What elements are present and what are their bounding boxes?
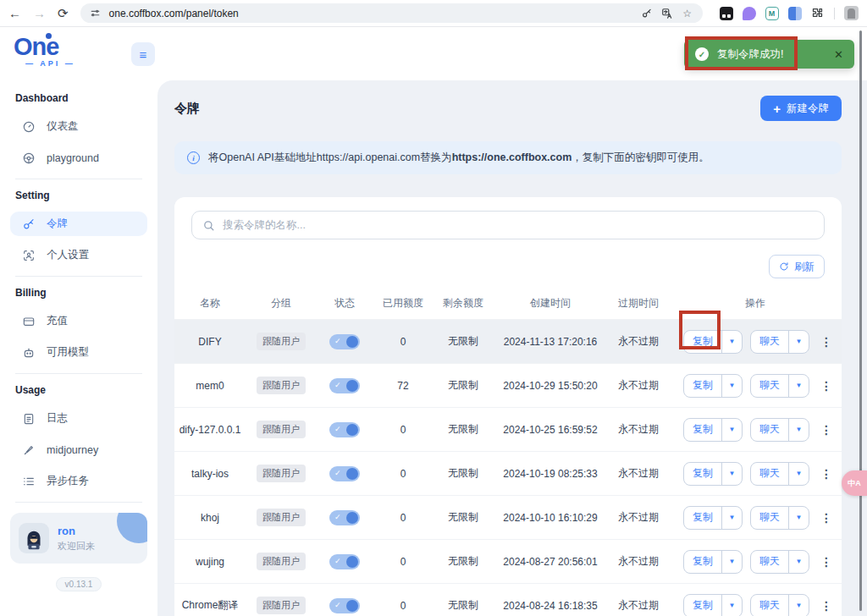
table-row[interactable]: khoj 跟随用户 ✓ 0 无限制 2024-10-10 16:10:29 永不… bbox=[174, 495, 842, 539]
search-input[interactable] bbox=[223, 219, 814, 231]
user-card[interactable]: ron 欢迎回来 bbox=[10, 513, 147, 564]
chat-caret-icon[interactable]: ▼ bbox=[789, 331, 809, 353]
copy-caret-icon[interactable]: ▼ bbox=[722, 507, 742, 529]
page-scrollbar[interactable] bbox=[859, 30, 862, 611]
row-menu-icon[interactable]: ⋮ bbox=[820, 467, 832, 481]
toggle-knob bbox=[346, 336, 358, 348]
toast-close-icon[interactable]: ✕ bbox=[834, 48, 843, 61]
copy-caret-icon[interactable]: ▼ bbox=[722, 595, 742, 616]
sidebar-item-models[interactable]: 可用模型 bbox=[10, 340, 147, 365]
copy-button[interactable]: 复制 bbox=[684, 507, 722, 529]
chat-split-button[interactable]: 聊天 ▼ bbox=[750, 550, 809, 574]
status-toggle[interactable]: ✓ bbox=[329, 598, 360, 613]
table-row[interactable]: dify-127.0.0.1 跟随用户 ✓ 0 无限制 2024-10-25 1… bbox=[174, 407, 842, 451]
copy-button[interactable]: 复制 bbox=[684, 375, 722, 397]
copy-split-button[interactable]: 复制 ▼ bbox=[683, 506, 743, 530]
translate-page-icon[interactable] bbox=[660, 7, 674, 20]
copy-split-button[interactable]: 复制 ▼ bbox=[683, 594, 743, 616]
chat-caret-icon[interactable]: ▼ bbox=[789, 419, 809, 441]
copy-button[interactable]: 复制 bbox=[684, 551, 722, 573]
row-menu-icon[interactable]: ⋮ bbox=[820, 423, 832, 437]
row-menu-icon[interactable]: ⋮ bbox=[820, 379, 832, 393]
row-menu-icon[interactable]: ⋮ bbox=[820, 555, 832, 569]
password-key-icon[interactable] bbox=[640, 7, 654, 20]
copy-button[interactable]: 复制 bbox=[684, 331, 722, 353]
address-bar[interactable]: one.coffbox.com/panel/token ☆ bbox=[80, 3, 703, 23]
copy-caret-icon[interactable]: ▼ bbox=[722, 331, 742, 353]
sidebar-item-dashboard[interactable]: 仪表盘 bbox=[10, 114, 147, 139]
copy-caret-icon[interactable]: ▼ bbox=[722, 375, 742, 397]
profile-avatar[interactable] bbox=[844, 6, 859, 20]
sidebar-item-token[interactable]: 令牌 bbox=[10, 212, 147, 236]
row-menu-icon[interactable]: ⋮ bbox=[820, 599, 832, 613]
chat-split-button[interactable]: 聊天 ▼ bbox=[750, 374, 809, 398]
chat-button[interactable]: 聊天 bbox=[751, 463, 789, 485]
sidebar-item-profile-settings[interactable]: 个人设置 bbox=[10, 243, 147, 267]
table-row[interactable]: wujing 跟随用户 ✓ 0 无限制 2024-08-27 20:56:01 … bbox=[174, 539, 842, 583]
copy-caret-icon[interactable]: ▼ bbox=[722, 551, 742, 573]
chat-split-button[interactable]: 聊天 ▼ bbox=[750, 418, 809, 442]
sidebar-item-async-tasks[interactable]: 异步任务 bbox=[10, 469, 147, 493]
chat-caret-icon[interactable]: ▼ bbox=[789, 595, 809, 616]
chat-caret-icon[interactable]: ▼ bbox=[789, 507, 809, 529]
chat-split-button[interactable]: 聊天 ▼ bbox=[750, 594, 809, 616]
chat-caret-icon[interactable]: ▼ bbox=[789, 375, 809, 397]
chat-button[interactable]: 聊天 bbox=[751, 375, 789, 397]
status-toggle[interactable]: ✓ bbox=[329, 510, 360, 525]
sidebar-item-midjourney[interactable]: midjourney bbox=[10, 437, 147, 462]
copy-split-button[interactable]: 复制 ▼ bbox=[683, 374, 743, 398]
copy-split-button[interactable]: 复制 ▼ bbox=[683, 418, 743, 442]
table-row[interactable]: DIFY 跟随用户 ✓ 0 无限制 2024-11-13 17:20:16 永不… bbox=[174, 319, 842, 363]
extension-dark-icon[interactable] bbox=[720, 7, 733, 20]
status-toggle[interactable]: ✓ bbox=[329, 422, 360, 437]
sidebar-item-playground[interactable]: playground bbox=[10, 146, 147, 170]
url-text[interactable]: one.coffbox.com/panel/token bbox=[109, 8, 633, 19]
copy-split-button[interactable]: 复制 ▼ bbox=[683, 550, 743, 574]
sidebar-item-recharge[interactable]: 充值 bbox=[10, 309, 147, 333]
extensions-puzzle-icon[interactable] bbox=[811, 7, 825, 20]
extension-purple-icon[interactable] bbox=[743, 7, 756, 20]
forward-icon[interactable]: → bbox=[33, 7, 46, 19]
chat-caret-icon[interactable]: ▼ bbox=[789, 551, 809, 573]
status-toggle[interactable]: ✓ bbox=[329, 554, 360, 569]
copy-button[interactable]: 复制 bbox=[684, 595, 722, 616]
copy-caret-icon[interactable]: ▼ bbox=[722, 463, 742, 485]
brand-logo[interactable]: One — API — bbox=[14, 34, 115, 68]
table-row[interactable]: Chrome翻译 跟随用户 ✓ 0 无限制 2024-08-24 16:18:3… bbox=[174, 583, 842, 616]
chat-button[interactable]: 聊天 bbox=[751, 331, 789, 353]
brush-icon bbox=[22, 443, 36, 457]
chat-button[interactable]: 聊天 bbox=[751, 551, 789, 573]
copy-split-button[interactable]: 复制 ▼ bbox=[683, 462, 743, 486]
copy-caret-icon[interactable]: ▼ bbox=[722, 419, 742, 441]
table-row[interactable]: talky-ios 跟随用户 ✓ 0 无限制 2024-10-19 08:25:… bbox=[174, 451, 842, 495]
chat-split-button[interactable]: 聊天 ▼ bbox=[750, 462, 809, 486]
bookmark-star-icon[interactable]: ☆ bbox=[681, 7, 694, 20]
table-row[interactable]: mem0 跟随用户 ✓ 72 无限制 2024-10-29 15:50:20 永… bbox=[174, 363, 842, 407]
row-menu-icon[interactable]: ⋮ bbox=[820, 335, 832, 349]
reload-icon[interactable]: ⟳ bbox=[58, 7, 69, 19]
chat-split-button[interactable]: 聊天 ▼ bbox=[750, 506, 809, 530]
refresh-button[interactable]: 刷新 bbox=[769, 255, 825, 278]
copy-button[interactable]: 复制 bbox=[684, 463, 722, 485]
group-badge: 跟随用户 bbox=[257, 597, 306, 614]
chat-button[interactable]: 聊天 bbox=[751, 419, 789, 441]
status-toggle[interactable]: ✓ bbox=[329, 378, 360, 393]
copy-split-button[interactable]: 复制 ▼ bbox=[683, 330, 743, 354]
search-box[interactable] bbox=[191, 211, 825, 239]
extension-m-icon[interactable]: M bbox=[765, 7, 779, 20]
extension-blue-icon[interactable] bbox=[788, 7, 802, 20]
back-icon[interactable]: ← bbox=[8, 7, 21, 19]
sidebar-item-logs[interactable]: 日志 bbox=[10, 406, 147, 431]
chat-button[interactable]: 聊天 bbox=[751, 507, 789, 529]
sidebar-toggle-button[interactable]: ≡ bbox=[131, 42, 155, 66]
status-toggle[interactable]: ✓ bbox=[329, 334, 360, 349]
site-settings-icon[interactable] bbox=[89, 7, 102, 20]
status-toggle[interactable]: ✓ bbox=[329, 466, 360, 481]
row-menu-icon[interactable]: ⋮ bbox=[820, 511, 832, 525]
chat-caret-icon[interactable]: ▼ bbox=[789, 463, 809, 485]
new-token-button[interactable]: + 新建令牌 bbox=[760, 96, 842, 121]
translate-fab-icon[interactable]: 中A bbox=[842, 470, 867, 496]
chat-split-button[interactable]: 聊天 ▼ bbox=[750, 330, 809, 354]
chat-button[interactable]: 聊天 bbox=[751, 595, 789, 616]
copy-button[interactable]: 复制 bbox=[684, 419, 722, 441]
